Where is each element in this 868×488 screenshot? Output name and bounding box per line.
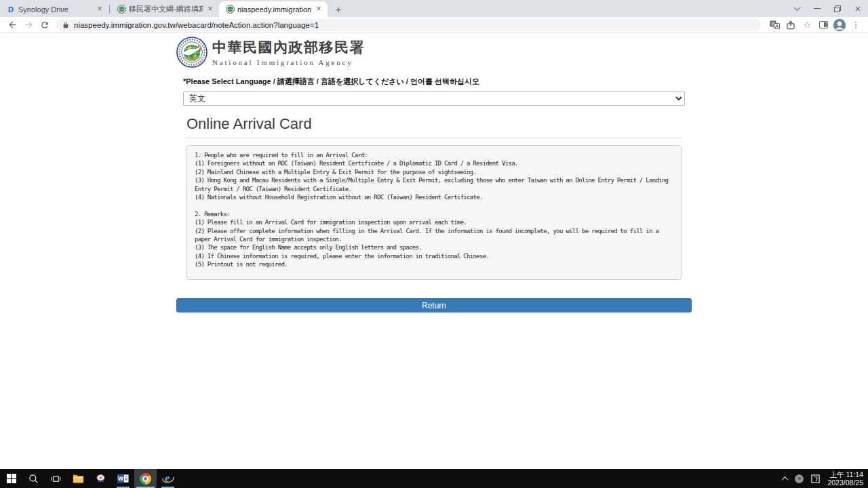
- tab-close-icon[interactable]: ×: [314, 5, 323, 14]
- taskbar-clock[interactable]: 上午 11:14 2023/08/25: [827, 470, 863, 487]
- clock-time: 上午 11:14: [827, 470, 863, 479]
- notice-line: (1) Please fill in an Arrival Card for i…: [195, 219, 673, 227]
- notice-line: 2. Remarks:: [195, 211, 673, 219]
- notice-line: paper Arrival Card for immigration inspe…: [195, 236, 673, 244]
- language-select-label: *Please Select Language / 請選擇語言 / 言語を選択し…: [183, 77, 692, 87]
- tab-niaspeedy-active[interactable]: niaspeedy.immigration.gov.tw/ ×: [219, 1, 328, 17]
- profile-avatar[interactable]: [831, 18, 848, 33]
- browser-menu-kebab-icon[interactable]: ⋮: [848, 18, 864, 33]
- window-controls: ×: [787, 0, 868, 17]
- nia-seal-logo: [176, 37, 208, 68]
- notice-line: (1) Foreigners without an ROC (Taiwan) R…: [195, 160, 673, 168]
- file-explorer-icon[interactable]: [67, 469, 90, 488]
- ime-indicator-icon[interactable]: [811, 474, 820, 483]
- new-tab-button[interactable]: +: [330, 1, 347, 17]
- window-close-button[interactable]: ×: [848, 0, 868, 17]
- taskbar-search-icon[interactable]: [22, 469, 45, 488]
- share-icon[interactable]: [783, 18, 799, 33]
- tray-status-icon[interactable]: ×: [795, 474, 804, 483]
- arrival-card-notice-box: 1. People who are required to fill in an…: [186, 145, 682, 280]
- tab-nia-chinese-site[interactable]: 移民署中文網-網路填寫入國登記表 ×: [111, 1, 219, 17]
- notice-line: 1. People who are required to fill in an…: [195, 152, 673, 160]
- chrome-icon[interactable]: [134, 469, 157, 488]
- forward-button[interactable]: [20, 18, 37, 33]
- browser-toolbar: niaspeedy.immigration.gov.tw/webacard/no…: [0, 17, 868, 33]
- notice-line: (2) Mainland Chinese with a Multiple Ent…: [195, 169, 673, 177]
- language-select[interactable]: 英文: [183, 91, 685, 106]
- notice-line: [195, 202, 673, 210]
- tab-search-chevron-icon[interactable]: [787, 0, 807, 17]
- windows-taskbar: W e × 上午 11:14 2023/08/25: [0, 469, 868, 488]
- browser-tab-strip: D Synology Drive × 移民署中文網-網路填寫入國登記表 × ni…: [0, 0, 868, 17]
- notice-line: (4) If Chinese information is required, …: [195, 253, 673, 261]
- notice-line: Entry Permit / ROC (Taiwan) Resident Cer…: [195, 186, 673, 194]
- tab-title: niaspeedy.immigration.gov.tw/: [237, 5, 311, 14]
- internet-explorer-icon[interactable]: e: [157, 469, 179, 488]
- back-button[interactable]: [4, 18, 20, 33]
- notice-line: (5) Printout is not required.: [195, 261, 673, 269]
- word-icon[interactable]: W: [112, 469, 134, 488]
- side-panel-icon[interactable]: [815, 18, 831, 33]
- return-button[interactable]: Return: [176, 298, 692, 312]
- svg-text:W: W: [118, 475, 124, 482]
- notice-line: (3) Hong Kong and Macau Residents with a…: [195, 177, 673, 185]
- tab-synology-drive[interactable]: D Synology Drive ×: [0, 1, 108, 17]
- start-button[interactable]: [0, 469, 22, 488]
- tab-title: Synology Drive: [18, 5, 92, 14]
- notice-line: (2) Please offer complete information wh…: [195, 228, 673, 236]
- nia-globe-icon: [117, 5, 126, 14]
- tab-title: 移民署中文網-網路填寫入國登記表: [129, 4, 203, 14]
- pinned-app-icon[interactable]: [90, 469, 112, 488]
- window-restore-button[interactable]: [827, 0, 848, 17]
- synology-drive-icon: D: [6, 5, 16, 14]
- translate-icon[interactable]: [766, 18, 783, 33]
- system-tray: × 上午 11:14 2023/08/25: [783, 469, 868, 488]
- show-hidden-icons-chevron[interactable]: [782, 476, 789, 483]
- address-bar[interactable]: niaspeedy.immigration.gov.tw/webacard/no…: [56, 19, 761, 31]
- page-title: Online Arrival Card: [186, 115, 692, 132]
- title-divider: [186, 138, 682, 138]
- window-minimize-button[interactable]: [807, 0, 827, 17]
- https-lock-icon: [62, 21, 69, 29]
- url-text: niaspeedy.immigration.gov.tw/webacard/no…: [74, 21, 319, 29]
- agency-title-chinese: 中華民國內政部移民署: [212, 38, 365, 57]
- task-view-icon[interactable]: [45, 469, 67, 488]
- web-page: 中華民國內政部移民署 National Immigration Agency *…: [0, 34, 868, 469]
- nia-globe-icon: [225, 5, 235, 14]
- notice-line: (4) Nationals without Household Registra…: [195, 194, 673, 202]
- bookmark-star-icon[interactable]: ☆: [799, 18, 815, 33]
- clock-date: 2023/08/25: [827, 479, 863, 487]
- agency-brand: 中華民國內政部移民署 National Immigration Agency: [176, 36, 692, 68]
- tab-close-icon[interactable]: ×: [205, 5, 215, 14]
- reload-button[interactable]: [37, 18, 53, 33]
- agency-title-english: National Immigration Agency: [212, 58, 365, 66]
- tab-divider: [109, 5, 110, 14]
- tab-close-icon[interactable]: ×: [95, 5, 104, 14]
- notice-line: (3) The space for English Name accepts o…: [195, 244, 673, 252]
